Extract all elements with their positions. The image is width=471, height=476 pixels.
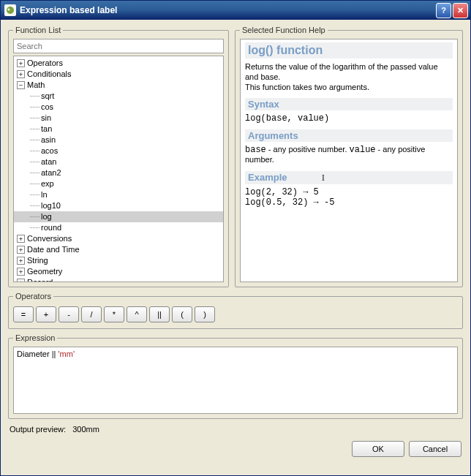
tree-function-label: round xyxy=(41,222,61,233)
tree-category[interactable]: −Math xyxy=(14,80,223,91)
operator-button[interactable]: ( xyxy=(172,306,192,322)
tree-category[interactable]: +Operators xyxy=(14,58,223,69)
operator-button[interactable]: / xyxy=(81,306,102,322)
tree-function-item[interactable]: ln xyxy=(14,189,223,200)
expand-icon[interactable]: + xyxy=(17,279,25,282)
tree-category-label: Operators xyxy=(27,58,63,69)
output-preview-value: 300mm xyxy=(72,425,99,434)
tree-function-item[interactable]: log10 xyxy=(14,200,223,211)
text-cursor-icon: I xyxy=(322,172,325,183)
expression-input[interactable]: Diameter || 'mm' xyxy=(13,347,458,414)
tree-function-item[interactable]: atan2 xyxy=(14,167,223,178)
tree-function-item[interactable]: log xyxy=(14,211,223,222)
tree-function-label: tan xyxy=(41,124,52,135)
tree-function-item[interactable]: atan xyxy=(14,156,223,167)
tree-category-label: Conversions xyxy=(27,233,72,244)
tree-function-label: atan2 xyxy=(41,167,61,178)
tree-category-label: Math xyxy=(27,80,45,91)
function-list-legend: Function List xyxy=(13,26,63,34)
tree-connector-icon xyxy=(30,118,39,118)
collapse-icon[interactable]: − xyxy=(17,81,25,89)
operator-button[interactable]: + xyxy=(36,306,56,322)
expand-icon[interactable]: + xyxy=(17,246,25,254)
tree-category[interactable]: +Conversions xyxy=(14,233,223,244)
dialog-content: Function List +Operators+Conditionals−Ma… xyxy=(1,20,470,475)
dialog-buttons: OK Cancel xyxy=(8,438,463,457)
tree-connector-icon xyxy=(30,205,39,206)
tree-category[interactable]: +Record xyxy=(14,277,223,282)
cancel-button[interactable]: Cancel xyxy=(409,441,461,457)
operator-button[interactable]: * xyxy=(104,306,124,322)
tree-function-item[interactable]: tan xyxy=(14,124,223,135)
tree-category[interactable]: +String xyxy=(14,255,223,266)
tree-function-item[interactable]: sin xyxy=(14,113,223,124)
tree-function-item[interactable]: acos xyxy=(14,146,223,156)
tree-connector-icon xyxy=(30,151,39,151)
output-preview: Output preview: 300mm xyxy=(8,423,463,434)
tree-function-item[interactable]: cos xyxy=(14,102,223,113)
help-button[interactable]: ? xyxy=(436,3,451,18)
tree-connector-icon xyxy=(30,227,39,228)
tree-function-item[interactable]: sqrt xyxy=(14,91,223,102)
tree-function-item[interactable]: asin xyxy=(14,135,223,146)
tree-function-label: cos xyxy=(41,102,53,113)
close-button[interactable]: ✕ xyxy=(453,3,468,18)
expression-legend: Expression xyxy=(13,333,57,342)
help-content: log() function Returns the value of the … xyxy=(240,39,458,282)
tree-function-item[interactable]: exp xyxy=(14,178,223,189)
function-help-group: Selected Function Help log() function Re… xyxy=(235,26,463,287)
operators-legend: Operators xyxy=(13,292,53,301)
dialog-window: Expression based label ? ✕ Function List… xyxy=(0,0,471,476)
tree-category-label: Geometry xyxy=(27,266,62,277)
tree-connector-icon xyxy=(30,96,39,97)
operator-button[interactable]: = xyxy=(13,306,34,322)
operator-button[interactable]: || xyxy=(149,306,170,322)
tree-connector-icon xyxy=(30,184,39,184)
tree-function-label: atan xyxy=(41,156,56,167)
operators-group: Operators =+-/*^||() xyxy=(8,292,463,329)
tree-category[interactable]: +Geometry xyxy=(14,266,223,277)
tree-function-item[interactable]: round xyxy=(14,222,223,233)
help-arguments-heading: Arguments xyxy=(245,129,453,142)
operator-button[interactable]: ) xyxy=(195,306,215,322)
help-syntax: log(base, value) xyxy=(245,113,453,124)
tree-connector-icon xyxy=(30,140,39,140)
expand-icon[interactable]: + xyxy=(17,235,25,243)
tree-connector-icon xyxy=(30,173,39,173)
help-description: Returns the value of the logarithm of th… xyxy=(245,61,453,92)
tree-connector-icon xyxy=(30,162,39,162)
tree-function-label: exp xyxy=(41,178,54,189)
expand-icon[interactable]: + xyxy=(17,257,25,265)
expand-icon[interactable]: + xyxy=(17,59,25,67)
tree-category-label: Conditionals xyxy=(27,69,72,80)
tree-function-label: ln xyxy=(41,189,48,200)
tree-category-label: Date and Time xyxy=(27,244,80,255)
tree-function-label: log10 xyxy=(41,200,61,211)
help-example: log(2, 32) → 5 log(0.5, 32) → -5 xyxy=(245,187,453,208)
tree-function-label: log xyxy=(41,211,52,222)
expand-icon[interactable]: + xyxy=(17,268,25,276)
search-input[interactable] xyxy=(13,39,224,53)
tree-connector-icon xyxy=(30,107,39,107)
help-example-heading: Example I xyxy=(245,171,453,184)
tree-function-label: asin xyxy=(41,135,56,146)
ok-button[interactable]: OK xyxy=(352,441,404,457)
operator-button[interactable]: - xyxy=(59,306,79,322)
svg-point-1 xyxy=(8,9,10,11)
function-tree[interactable]: +Operators+Conditionals−Mathsqrtcossinta… xyxy=(13,56,224,282)
function-help-legend: Selected Function Help xyxy=(240,26,328,34)
expand-icon[interactable]: + xyxy=(17,70,25,78)
tree-function-label: sin xyxy=(41,113,51,124)
help-syntax-heading: Syntax xyxy=(245,98,453,110)
function-list-group: Function List +Operators+Conditionals−Ma… xyxy=(8,26,229,287)
app-icon xyxy=(4,4,16,16)
titlebar: Expression based label ? ✕ xyxy=(1,1,470,20)
tree-category-label: Record xyxy=(27,277,53,282)
tree-category-label: String xyxy=(27,255,48,266)
operator-button[interactable]: ^ xyxy=(127,306,147,322)
operators-row: =+-/*^||() xyxy=(13,305,458,322)
tree-function-label: sqrt xyxy=(41,91,54,102)
tree-category[interactable]: +Conditionals xyxy=(14,69,223,80)
tree-category[interactable]: +Date and Time xyxy=(14,244,223,255)
output-preview-label: Output preview: xyxy=(10,425,66,434)
